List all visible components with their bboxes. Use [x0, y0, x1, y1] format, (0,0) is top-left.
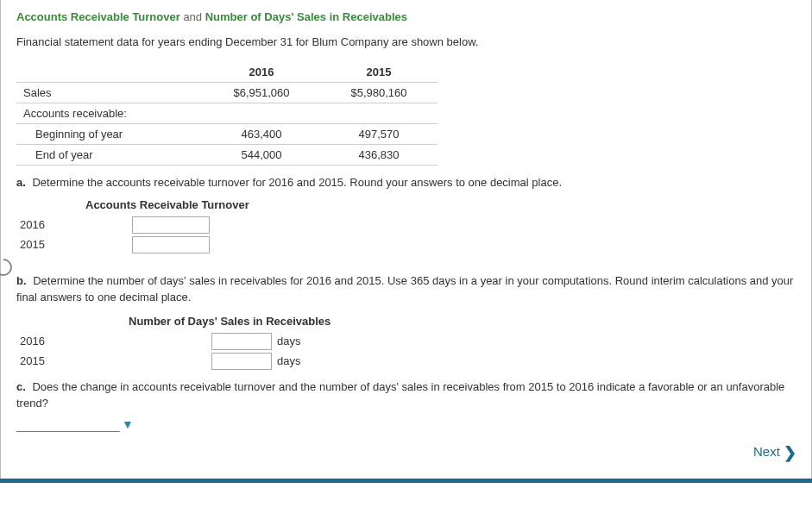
days-2015-input[interactable] [211, 353, 272, 370]
qb-unit-2015: days [277, 354, 300, 367]
col-2016: 2016 [203, 62, 320, 83]
qb-label: b. [16, 274, 27, 287]
row-eoy-label: End of year [23, 148, 93, 161]
question-b: b. Determine the number of days' sales i… [16, 272, 796, 306]
question-c: c. Does the change in accounts receivabl… [16, 379, 796, 412]
qb-text: Determine the number of days' sales in r… [16, 274, 793, 304]
table-row: End of year 544,000 436,830 [16, 145, 437, 166]
table-row: Accounts receivable: [16, 103, 437, 124]
chevron-right-icon: ❯ [784, 444, 796, 461]
qa-year-2015: 2015 [16, 238, 132, 251]
question-a: a. Determine the accounts receivable tur… [16, 174, 796, 191]
row-eoy-2016: 544,000 [203, 145, 320, 166]
qa-year-2016: 2016 [16, 218, 132, 231]
row-boy-label: Beginning of year [23, 128, 123, 141]
row-sales-label: Sales [16, 83, 203, 103]
row-sales-2016: $6,951,060 [203, 83, 320, 103]
title-part1: Accounts Receivable Turnover [16, 10, 180, 23]
chevron-down-icon: ▼ [122, 417, 134, 431]
row-arhead-label: Accounts receivable: [16, 103, 203, 124]
row-eoy-2015: 436,830 [320, 145, 437, 166]
bottom-accent-bar [0, 479, 812, 483]
table-row: Beginning of year 463,400 497,570 [16, 124, 437, 145]
intro-text: Financial statement data for years endin… [16, 35, 796, 48]
turnover-2016-input[interactable] [132, 216, 210, 234]
qa-heading: Accounts Receivable Turnover [85, 198, 796, 211]
row-sales-2015: $5,980,160 [320, 83, 437, 103]
row-boy-2016: 463,400 [203, 124, 320, 145]
table-row: Sales $6,951,060 $5,980,160 [16, 83, 437, 103]
financial-table: 2016 2015 Sales $6,951,060 $5,980,160 Ac… [16, 62, 437, 166]
next-button[interactable]: Next ❯ [753, 444, 796, 459]
qa-label: a. [16, 176, 26, 189]
col-2015: 2015 [320, 62, 437, 83]
qc-label: c. [16, 380, 26, 393]
qb-year-2015: 2015 [16, 354, 211, 367]
page-title: Accounts Receivable Turnover and Number … [16, 10, 796, 23]
qc-text: Does the change in accounts receivable t… [16, 380, 784, 410]
trend-dropdown[interactable]: ▼ [16, 417, 796, 432]
qb-year-2016: 2016 [16, 335, 211, 347]
turnover-2015-input[interactable] [132, 236, 210, 253]
row-boy-2015: 497,570 [320, 124, 437, 145]
qb-unit-2016: days [277, 335, 300, 347]
title-part2: Number of Days' Sales in Receivables [205, 10, 407, 23]
next-label: Next [753, 444, 780, 459]
days-2016-input[interactable] [211, 333, 272, 350]
qa-text: Determine the accounts receivable turnov… [32, 176, 562, 189]
title-joiner: and [180, 10, 205, 23]
qb-heading: Number of Days' Sales in Receivables [129, 315, 796, 328]
